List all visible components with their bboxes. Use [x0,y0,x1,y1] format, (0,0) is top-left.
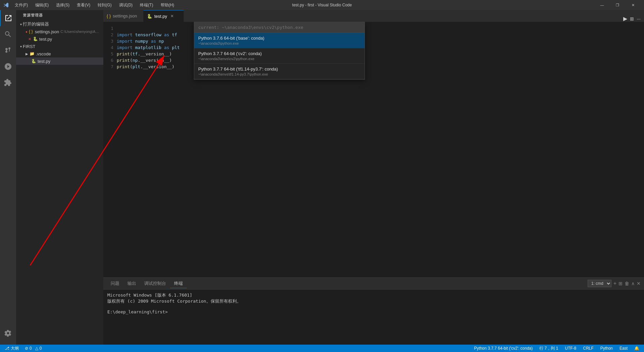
menu-terminal[interactable]: 终端(T) [137,1,156,9]
first-folder[interactable]: ▾ FIRST [16,43,103,50]
line-num-3: 3 [103,38,113,44]
chevron-down-icon2: ▾ [20,45,22,48]
status-locale[interactable]: East [618,345,629,352]
title-bar: 文件(F) 编辑(E) 选择(S) 查看(V) 转到(G) 调试(D) 终端(T… [0,0,644,10]
panel-close-button[interactable]: ✕ [637,281,641,286]
settings-json-label: settings.json [35,29,59,34]
code-editor[interactable]: 1 2 3 4 5 6 7 import tensorflow as tf im… [103,22,644,277]
scrollbar-track[interactable] [639,25,644,277]
menu-file[interactable]: 文件(F) [11,1,31,9]
code-content: 1 2 3 4 5 6 7 import tensorflow as tf im… [103,22,644,277]
menu-goto[interactable]: 转到(G) [94,1,115,9]
tab-debug-console[interactable]: 调试控制台 [140,279,170,288]
tab-settings-json[interactable]: { } settings.json [103,10,144,22]
sidebar-item-settings-json[interactable]: ● { } settings.json C:\Users\shenyong\Ap… [16,28,103,35]
status-branch[interactable]: ⎇ 大纲 [3,345,20,352]
status-cursor-pos[interactable]: 行 7，列 1 [538,345,559,352]
tab-close-icon[interactable]: ✕ [170,14,174,18]
tab-output[interactable]: 输出 [123,279,140,288]
line-num-6: 6 [103,57,113,63]
split-editor-button[interactable]: ⊞ [630,16,634,21]
sidebar-item-test-py[interactable]: 🐍 test.py [16,57,103,65]
python-interp-label: Python 3.7.7 64-bit ('cv2': conda) [474,346,533,351]
json-file-icon: { } [28,29,34,34]
activity-search-icon[interactable] [0,26,16,42]
line-num-2: 2 [103,32,113,38]
window-controls: — ❐ ✕ [594,0,641,10]
menu-debug[interactable]: 调试(D) [116,1,136,9]
status-bar-left: ⎇ 大纲 ⊘ 0 △ 0 [3,345,43,352]
menu-edit[interactable]: 编辑(E) [32,1,52,9]
python-option-tf114-name: Python 3.7.7 64-bit ('tf1.14-py3.7': con… [198,67,361,72]
tab-test-py-icon: 🐍 [147,14,152,19]
maximize-button[interactable]: ❐ [610,0,625,10]
panel-up-button[interactable]: ∧ [631,281,635,286]
activity-explorer-icon[interactable] [0,10,16,26]
warning-count: 0 [40,346,42,351]
python-option-cv2[interactable]: Python 3.7.7 64-bit ('cv2': conda) ~\ana… [194,48,365,64]
chevron-down-icon: ▾ [20,23,22,26]
title-bar-left: 文件(F) 编辑(E) 选择(S) 查看(V) 转到(G) 调试(D) 终端(T… [3,1,177,9]
editor-actions: ▶ ⊞ ··· [620,15,644,22]
status-notifications[interactable]: 🔔 [633,345,641,352]
terminal-line-3 [107,304,640,309]
tab-bar: { } settings.json 🐍 test.py ✕ ▶ ⊞ ··· [103,10,644,22]
close-button[interactable]: ✕ [625,0,641,10]
close-icon[interactable]: ✕ [28,37,31,41]
activity-settings-icon[interactable] [0,325,16,341]
py-file-icon2: 🐍 [31,58,36,64]
activity-scm-icon[interactable] [0,42,16,58]
cursor-pos-label: 行 7，列 1 [539,346,558,351]
status-line-ending[interactable]: CRLF [582,345,595,352]
split-terminal-button[interactable]: ⊞ [619,281,623,286]
activity-bar [0,10,16,345]
minimap [619,25,639,277]
editor-area: { } settings.json 🐍 test.py ✕ ▶ ⊞ ··· [103,10,644,345]
kill-terminal-button[interactable]: 🗑 [625,281,629,286]
status-errors[interactable]: ⊘ 0 △ 0 [23,345,43,352]
add-terminal-button[interactable]: + [613,280,616,287]
minimize-button[interactable]: — [594,0,610,10]
editor-terminal-split: 1 2 3 4 5 6 7 import tensorflow as tf im… [103,22,644,345]
terminal-content[interactable]: Microsoft Windows [版本 6.1.7601] 版权所有 (c)… [103,290,644,345]
main-layout: 资源管理器 ▾ 打开的编辑器 ● { } settings.json C:\Us… [0,10,644,345]
terminal-instance-select[interactable]: 1: cmd [588,280,611,287]
sidebar-item-test-py-open[interactable]: ● ✕ 🐍 test.py [16,35,103,43]
run-button[interactable]: ▶ [623,15,627,22]
code-lines[interactable]: import tensorflow as tf import numpy as … [117,25,619,277]
terminal-tabs: 问题 输出 调试控制台 终端 1: cmd + ⊞ 🗑 ∧ ✕ [103,278,644,290]
tab-test-py[interactable]: 🐍 test.py ✕ [144,10,184,22]
menu-select[interactable]: 选择(S) [53,1,73,9]
activity-debug-icon[interactable] [0,58,16,75]
line-num-4: 4 [103,44,113,51]
python-option-tf114[interactable]: Python 3.7.7 64-bit ('tf1.14-py3.7': con… [194,64,365,79]
settings-json-path: C:\Users\shenyong\AppData\... [60,30,101,34]
tab-problems[interactable]: 问题 [107,279,123,288]
tab-terminal[interactable]: 终端 [170,279,187,288]
status-encoding[interactable]: UTF-8 [564,345,578,352]
menu-view[interactable]: 查看(V) [73,1,94,9]
python-option-base-path: ~\anaconda3\python.exe [198,41,361,45]
more-actions-button[interactable]: ··· [637,16,641,21]
tab-settings-json-label: settings.json [113,13,137,18]
test-py-label: test.py [38,59,50,64]
open-editors-section[interactable]: ▾ 打开的编辑器 [16,20,103,28]
tab-settings-json-icon: { } [107,13,111,18]
menu-help[interactable]: 帮助(H) [157,1,178,9]
chevron-right-icon: ▶ [25,52,28,56]
python-picker-input[interactable] [194,22,365,33]
first-folder-label: FIRST [23,44,36,49]
status-bar: ⎇ 大纲 ⊘ 0 △ 0 Python 3.7.7 64-bit ('cv2':… [0,345,644,352]
sidebar-item-vscode[interactable]: ▶ 📁 .vscode [16,50,103,57]
language-label: Python [600,346,613,351]
python-option-base[interactable]: Python 3.7.6 64-bit ('base': conda) ~\an… [194,33,365,48]
terminal-line-1: Microsoft Windows [版本 6.1.7601] [107,292,640,298]
encoding-label: UTF-8 [565,346,576,351]
status-language[interactable]: Python [599,345,614,352]
status-python-interp[interactable]: Python 3.7.7 64-bit ('cv2': conda) [473,345,534,352]
locale-label: East [620,346,628,351]
python-option-base-name: Python 3.7.6 64-bit ('base': conda) [198,36,361,41]
python-picker-dropdown: Python 3.7.6 64-bit ('base': conda) ~\an… [194,22,365,80]
activity-extensions-icon[interactable] [0,75,16,91]
status-bar-right: Python 3.7.7 64-bit ('cv2': conda) 行 7，列… [473,345,641,352]
